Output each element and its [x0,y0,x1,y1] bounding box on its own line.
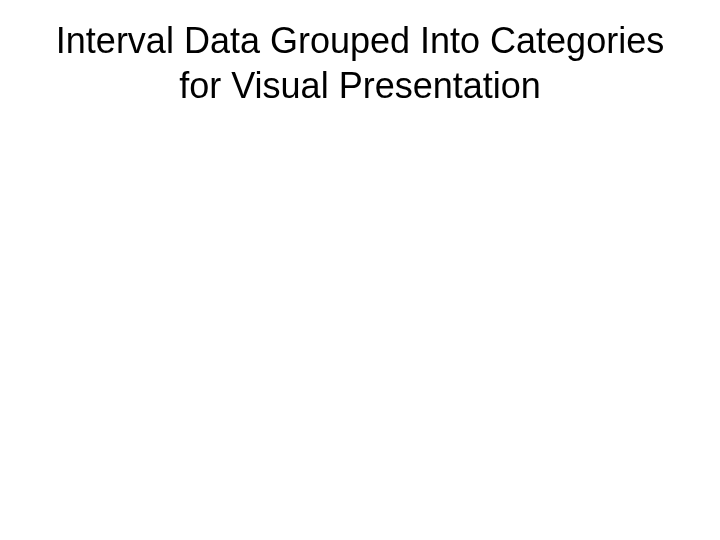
slide-container: Interval Data Grouped Into Categories fo… [0,0,720,540]
slide-title: Interval Data Grouped Into Categories fo… [0,18,720,108]
